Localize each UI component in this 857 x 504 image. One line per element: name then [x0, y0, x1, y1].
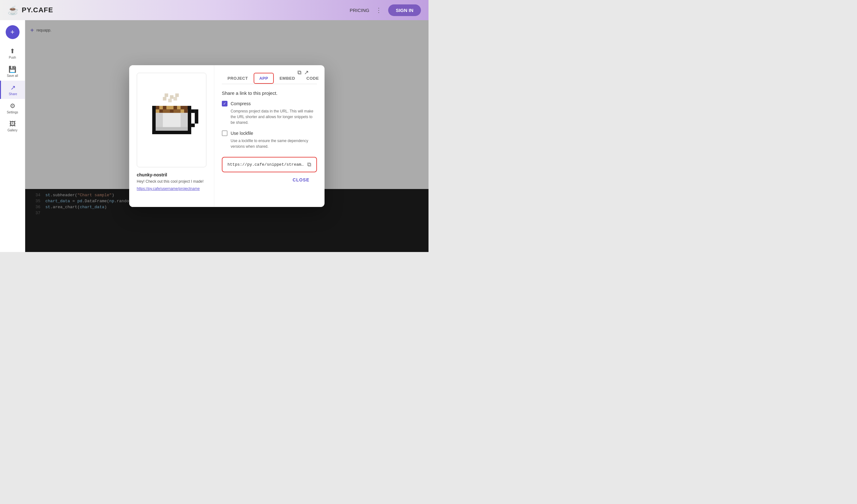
- pricing-link[interactable]: PRICING: [350, 7, 370, 13]
- svg-rect-8: [187, 106, 191, 134]
- modal-right-panel: PROJECT APP EMBED CODE ✕ Share a link to…: [214, 65, 324, 207]
- project-link[interactable]: https://py.cafe/username/projectname: [137, 186, 200, 191]
- svg-rect-24: [156, 127, 187, 131]
- svg-rect-4: [175, 94, 179, 97]
- sidebar-item-label: Gallery: [7, 129, 18, 132]
- project-name: chunky-nostril: [137, 172, 206, 177]
- svg-rect-19: [163, 109, 170, 113]
- lockfile-label: Use lockfile: [231, 131, 253, 136]
- svg-rect-18: [173, 109, 181, 113]
- logo-text: PY.CAFE: [22, 6, 53, 14]
- tab-code[interactable]: CODE: [301, 73, 324, 84]
- share-description: Share a link to this project.: [222, 90, 317, 96]
- save-icon: 💾: [9, 66, 16, 73]
- share-modal: ⧉ ↗: [129, 65, 324, 207]
- svg-rect-2: [170, 95, 173, 99]
- modal-left-panel: chunky-nostril Hey! Check out this cool …: [129, 65, 214, 207]
- svg-rect-1: [163, 97, 166, 100]
- svg-rect-20: [181, 109, 184, 113]
- compress-row: ✓ Compress: [222, 101, 317, 106]
- svg-rect-7: [152, 106, 156, 134]
- plus-icon: +: [11, 28, 15, 36]
- copy-url-button[interactable]: ⧉: [307, 161, 311, 168]
- close-text-button[interactable]: CLOSE: [293, 177, 309, 182]
- sidebar-item-share[interactable]: ↗ Share: [0, 81, 25, 99]
- gallery-icon: 🖼: [10, 120, 16, 128]
- sidebar-item-label: Settings: [6, 111, 18, 114]
- svg-rect-11: [195, 109, 198, 123]
- svg-rect-5: [173, 97, 177, 100]
- push-icon: ⬆: [10, 47, 15, 55]
- modal-tabs: PROJECT APP EMBED CODE ✕: [222, 73, 317, 84]
- sidebar-item-settings[interactable]: ⚙ Settings: [0, 99, 25, 117]
- sidebar-item-label: Share: [9, 92, 17, 96]
- sidebar-item-saveall[interactable]: 💾 Save all: [0, 62, 25, 81]
- svg-rect-16: [177, 106, 180, 109]
- sidebar-item-push[interactable]: ⬆ Push: [0, 44, 25, 62]
- sidebar-item-gallery[interactable]: 🖼 Gallery: [0, 117, 25, 135]
- coffee-cup-image: [144, 92, 200, 148]
- modal-overlay: ⧉ ↗: [25, 20, 428, 252]
- svg-rect-3: [168, 99, 171, 102]
- svg-rect-0: [165, 94, 168, 97]
- lockfile-description: Use a lockfile to ensure the same depend…: [231, 138, 317, 149]
- signin-button[interactable]: SIGN IN: [388, 4, 421, 16]
- svg-rect-14: [159, 106, 163, 109]
- url-box: https://py.cafe/snippet/streamlit/v1#c=H…: [222, 157, 317, 172]
- lockfile-row: Use lockfile: [222, 130, 317, 136]
- project-preview: [137, 73, 206, 167]
- compress-label: Compress: [231, 101, 251, 106]
- modal-footer: CLOSE: [222, 172, 317, 187]
- sidebar-item-label: Push: [9, 56, 16, 59]
- share-url: https://py.cafe/snippet/streamlit/v1#c=H…: [228, 162, 305, 167]
- sidebar-item-label: Save all: [7, 74, 18, 78]
- tab-project[interactable]: PROJECT: [222, 73, 254, 84]
- svg-rect-15: [166, 106, 173, 109]
- sidebar: + ⬆ Push 💾 Save all ↗ Share ⚙ Settings 🖼…: [0, 20, 25, 252]
- settings-icon: ⚙: [10, 102, 15, 110]
- svg-rect-17: [156, 109, 159, 113]
- tab-app[interactable]: APP: [254, 73, 274, 84]
- new-file-button[interactable]: +: [6, 25, 19, 39]
- compress-checkbox[interactable]: ✓: [222, 101, 228, 106]
- more-options-button[interactable]: ⋮: [375, 6, 382, 14]
- svg-rect-9: [152, 131, 191, 134]
- project-description: Hey! Check out this cool project I made!: [137, 179, 206, 184]
- share-icon: ↗: [11, 84, 16, 91]
- tab-embed[interactable]: EMBED: [274, 73, 301, 84]
- logo-icon: ☕: [7, 5, 19, 15]
- lockfile-checkbox[interactable]: [222, 130, 228, 136]
- content-area: + requ app. 34 st.subheader("Chart sampl…: [25, 20, 428, 252]
- check-icon: ✓: [223, 101, 226, 106]
- svg-rect-10: [191, 109, 195, 113]
- compress-description: Compress project data in the URL. This w…: [231, 108, 317, 125]
- topbar: ☕ PY.CAFE PRICING ⋮ SIGN IN: [0, 0, 428, 20]
- main-layout: + ⬆ Push 💾 Save all ↗ Share ⚙ Settings 🖼…: [0, 20, 428, 252]
- svg-rect-12: [191, 123, 195, 127]
